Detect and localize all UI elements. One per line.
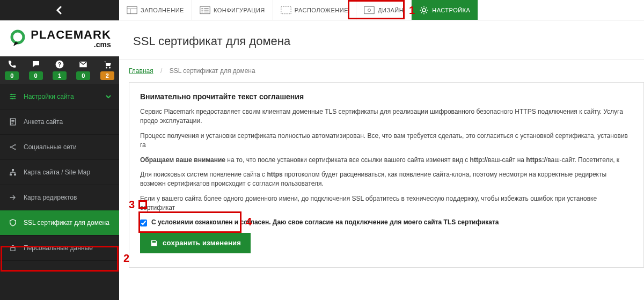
counter-calls[interactable]: 0 [0, 56, 24, 84]
breadcrumb: Главная / SSL сертификат для домена [119, 60, 644, 82]
agreement-panel: Внимательно прочитайте текст соглашения … [129, 82, 644, 268]
svg-point-6 [11, 94, 12, 96]
logo-name: PLACEMARK [31, 29, 111, 41]
crumb-home[interactable]: Главная [129, 67, 153, 75]
sidebar-item-label: Карта сайта / Site Map [24, 169, 90, 176]
logo-suffix: .cms [31, 41, 111, 48]
save-icon [150, 239, 158, 247]
left-column: PLACEMARK .cms 0 0 ? 1 0 [0, 0, 119, 300]
counter-value: 0 [5, 71, 19, 80]
back-button[interactable] [0, 0, 119, 20]
counter-value: 0 [76, 71, 90, 80]
svg-rect-14 [10, 174, 12, 175]
sidebar-item-social[interactable]: Социальные сети [0, 135, 119, 160]
sidebar-item-sitemap[interactable]: Карта сайта / Site Map [0, 160, 119, 185]
svg-text:?: ? [58, 61, 61, 68]
save-button[interactable]: сохранить изменения [140, 233, 251, 253]
sidebar-item-label: SSL сертификат для домена [24, 219, 109, 226]
tab-fill[interactable]: ЗАПОЛНЕНИЕ [119, 0, 192, 20]
agreement-p3: Обращаем ваше внимание на то, что после … [140, 156, 633, 165]
side-nav: Настройки сайта Анкета сайта Социальные … [0, 84, 119, 300]
counter-help[interactable]: ? 1 [48, 56, 71, 84]
agreement-p2: Процесс получения и установки сертификат… [140, 131, 633, 150]
chevron-left-icon [55, 6, 64, 14]
lock-icon [9, 244, 17, 252]
agreement-p5: Если у вашего сайта более одного доменно… [140, 194, 633, 213]
tab-label: РАСПОЛОЖЕНИЕ [295, 7, 348, 13]
svg-point-22 [422, 9, 426, 12]
counter-mail[interactable]: 0 [71, 56, 95, 84]
layout-icon [281, 6, 291, 14]
svg-rect-19 [281, 6, 291, 13]
svg-rect-15 [14, 174, 16, 175]
sidebar-item-anketa[interactable]: Анкета сайта [0, 109, 119, 135]
svg-point-0 [12, 31, 24, 43]
tab-label: КОНФИГУРАЦИЯ [214, 7, 265, 13]
agree-row: С условиями ознакомлен и согласен. Даю с… [140, 218, 633, 226]
logo-mark-icon [8, 29, 27, 48]
mail-icon [78, 60, 88, 69]
tab-design[interactable]: ДИЗАЙН [356, 0, 412, 20]
svg-rect-16 [11, 247, 15, 251]
annotation-num-4: 4 [246, 216, 252, 228]
agreement-p1: Сервис Placemark предоставляет своим кли… [140, 107, 633, 126]
design-icon [364, 6, 375, 14]
chat-icon [31, 60, 41, 69]
sidebar-item-ssl[interactable]: SSL сертификат для домена [0, 210, 119, 236]
counters-row: 0 0 ? 1 0 2 [0, 56, 119, 84]
tab-label: ДИЗАЙН [378, 7, 404, 13]
page-title: SSL сертификат для домена [119, 20, 644, 60]
agree-checkbox[interactable] [140, 219, 147, 226]
svg-point-5 [109, 67, 111, 69]
shield-icon [9, 218, 17, 227]
svg-point-11 [14, 144, 16, 146]
share-icon [9, 143, 17, 151]
svg-point-12 [14, 149, 16, 150]
crumb-separator: / [160, 67, 162, 75]
tab-config[interactable]: КОНФИГУРАЦИЯ [192, 0, 273, 20]
sidebar-item-label: Социальные сети [24, 143, 77, 151]
counter-value: 0 [29, 71, 43, 80]
svg-point-8 [11, 98, 13, 100]
annotation-num-3: 3 [129, 199, 135, 211]
right-column: ЗАПОЛНЕНИЕ КОНФИГУРАЦИЯ РАСПОЛОЖЕНИЕ ДИЗ… [119, 0, 644, 300]
counter-value: 1 [53, 71, 67, 80]
redirect-icon [9, 193, 17, 202]
gear-icon [419, 5, 429, 15]
save-label: сохранить изменения [163, 239, 241, 247]
svg-point-21 [368, 9, 371, 11]
fill-icon [127, 6, 137, 14]
config-icon [200, 6, 210, 14]
sidebar-item-settings[interactable]: Настройки сайта [0, 84, 119, 109]
form-icon [9, 118, 17, 126]
svg-point-10 [10, 147, 12, 148]
sidebar-item-label: Анкета сайта [24, 118, 63, 126]
tab-settings[interactable]: НАСТРОЙКА [412, 0, 478, 20]
cart-icon [103, 60, 112, 69]
tab-label: ЗАПОЛНЕНИЕ [141, 7, 184, 13]
counter-cart[interactable]: 2 [96, 56, 119, 84]
agreement-p4: Для поисковых систем появление сайта с h… [140, 170, 633, 189]
counter-chat[interactable]: 0 [24, 56, 47, 84]
crumb-current: SSL сертификат для домена [170, 67, 255, 75]
logo: PLACEMARK .cms [8, 29, 111, 48]
tab-layout[interactable]: РАСПОЛОЖЕНИЕ [273, 0, 356, 20]
sidebar-item-label: Карта редиректов [24, 194, 77, 201]
svg-point-7 [13, 96, 15, 98]
counter-value: 2 [100, 71, 114, 80]
logo-bar: PLACEMARK .cms [0, 0, 119, 56]
svg-rect-13 [12, 169, 14, 171]
help-icon: ? [55, 60, 64, 69]
agreement-heading: Внимательно прочитайте текст соглашения [140, 92, 633, 101]
sidebar-item-personal[interactable]: Персональные данные [0, 236, 119, 261]
annotation-num-1: 1 [409, 4, 415, 17]
svg-rect-17 [127, 6, 137, 13]
agree-label[interactable]: С условиями ознакомлен и согласен. Даю с… [151, 218, 499, 226]
sidebar-item-label: Настройки сайта [24, 93, 74, 100]
annotation-num-2: 2 [123, 252, 129, 265]
svg-point-4 [106, 67, 107, 69]
top-tabs: ЗАПОЛНЕНИЕ КОНФИГУРАЦИЯ РАСПОЛОЖЕНИЕ ДИЗ… [119, 0, 644, 20]
sidebar-item-redirects[interactable]: Карта редиректов [0, 185, 119, 210]
sitemap-icon [9, 168, 17, 177]
phone-icon [7, 60, 17, 69]
